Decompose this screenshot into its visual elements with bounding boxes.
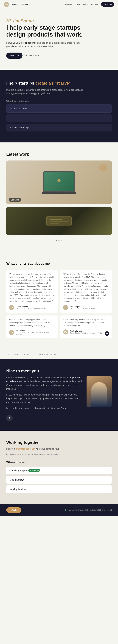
nav-link-what[interactable]: What I do — [64, 3, 72, 6]
logo-5: RIJKS MUSEUM — [39, 354, 56, 356]
mvp-item-product-leadership[interactable]: Product Leadership › — [6, 124, 112, 132]
avatar-lb: LB — [9, 305, 14, 310]
scroll-up-button[interactable]: ↑ — [6, 415, 13, 421]
chevron-right-icon: › — [108, 469, 108, 472]
testimonial-author-3: TG Till Goudie Co-Founder & Co-CEO — Hou… — [9, 330, 55, 336]
service-badge-1: Most popular — [28, 469, 40, 472]
service-label-2: Expert Review — [10, 479, 24, 481]
footer-bar: Let's chat ★ Available for projects by O… — [0, 504, 118, 516]
work-card-1[interactable]: Leeräume — [6, 160, 112, 204]
where-start-title: Where to start — [6, 461, 112, 464]
footer-cta-button[interactable]: Let's chat — [6, 507, 21, 513]
nav-link-work[interactable]: Work — [76, 3, 80, 6]
svg-point-0 — [57, 179, 61, 182]
testimonial-text-1: "Sanne always has to put the most value … — [9, 273, 55, 303]
logos-section: 1 Λ E+B B/S/H/ — RIJKS MUSEUM — — [0, 350, 118, 359]
testimonial-card-1: "Sanne always has to put the most value … — [6, 270, 58, 313]
about-p2: In 2018 I started my independent design … — [6, 393, 82, 404]
author-role-2: Co-Founder — Chronic, Investor — [70, 308, 95, 310]
mvp-label: What I can do for you — [6, 100, 112, 102]
dot-2[interactable] — [58, 240, 60, 241]
person-silhouette — [91, 382, 107, 407]
dot-3[interactable] — [61, 240, 62, 241]
add-testimonial-button[interactable]: + — [105, 331, 109, 336]
author-name-4: Kristin Winter — [70, 330, 102, 332]
nav-cta-button[interactable]: Let's chat — [101, 2, 114, 6]
about-title: Nice to meet you — [6, 368, 112, 374]
hero-cta-button[interactable]: Let's chat — [6, 52, 23, 59]
hero-greeting: Hi, I'm Sanne, — [6, 18, 112, 24]
service-chemistry-project[interactable]: Chemistry Project Most popular › — [6, 466, 112, 474]
nav-links: What I do Work About Process Let's chat — [64, 2, 114, 6]
author-name-2: Tim Knopel — [70, 306, 95, 308]
mvp-item-product-discovery[interactable]: Product Discovery › — [6, 104, 112, 113]
service-label-1: Chemistry Project — [10, 469, 27, 472]
working-title: Working together — [6, 440, 112, 445]
work-tag-1: Leeräume — [9, 198, 21, 202]
service-expert-review[interactable]: Expert Review › — [6, 476, 112, 484]
testimonials-section: What clients say about me "Sanne always … — [0, 252, 118, 350]
hero-secondary-link[interactable]: or find out more → — [25, 54, 42, 57]
testimonial-text-4: I would absolutely recommend working wit… — [63, 318, 109, 328]
testimonial-author-4: KW Kristin Winter Senior Digital Marketi… — [63, 330, 109, 334]
hero-title: I help early-stage startups design produ… — [6, 24, 112, 38]
mvp-description: If you're a startup looking for a design… — [6, 88, 88, 95]
chevron-right-icon: › — [108, 107, 108, 110]
working-description: I follow a pragmatic approach where we c… — [6, 447, 112, 450]
hero-actions: Let's chat or find out more → — [6, 52, 112, 59]
nav-name: SANNE WIJSENGA — [10, 3, 28, 6]
testimonial-author-1: LB Lukas Becker Co-Founder & CPO — Monda… — [9, 305, 55, 310]
testimonial-card-2: "We worked with Sanne from the first exp… — [60, 270, 112, 313]
work-image-1 — [6, 160, 112, 204]
chevron-right-icon: › — [108, 488, 108, 491]
mvp-section: I help startups create a first MVP If yo… — [0, 70, 118, 142]
mvp-heading: I help startups create a first MVP — [6, 81, 112, 86]
chevron-right-icon: › — [108, 478, 108, 481]
avatar-tg: TG — [9, 330, 14, 335]
latest-work-section: Latest work Leeräume — [0, 142, 118, 252]
availability-dot — [65, 510, 66, 511]
svg-rect-1 — [55, 183, 63, 184]
testimonial-text-3: Sanne is brilliant at helping you see th… — [9, 318, 55, 328]
testimonial-card-3: Sanne is brilliant at helping you see th… — [6, 316, 58, 338]
avatar-kw: KW — [63, 330, 68, 334]
logo-3: B/S/H/ — [22, 354, 29, 356]
chevron-right-icon: › — [108, 126, 108, 129]
nav-link-about[interactable]: About — [83, 3, 88, 6]
chevron-right-icon: › — [108, 117, 108, 120]
author-role-3: Co-Founder & Co-CEO — House of Beautiful… — [16, 332, 55, 336]
work-carousel-dots — [6, 238, 112, 243]
about-p1: I am Sanne Wijsenga, Dutch designer and … — [6, 376, 82, 391]
logo-2: E+B — [14, 354, 18, 356]
author-role-4: Senior Digital Marketing Manager — MCM — [70, 332, 102, 334]
service-monthly-retainer[interactable]: Monthly Retainer › — [6, 486, 112, 493]
logo-6: — — [60, 354, 62, 356]
nav-link-process[interactable]: Process — [91, 3, 98, 6]
latest-work-title: Latest work — [6, 152, 112, 157]
author-name-3: Till Goudie — [16, 330, 55, 332]
hero-section: Hi, I'm Sanne, I help early-stage startu… — [0, 9, 118, 70]
testimonial-text-2: "We worked with Sanne from the first exp… — [63, 273, 109, 303]
work-card-2[interactable] — [6, 207, 112, 235]
svg-rect-4 — [50, 221, 68, 222]
about-inner: I am Sanne Wijsenga, Dutch designer and … — [6, 376, 112, 421]
work-image-2 — [6, 207, 112, 235]
author-name-1: Lukas Becker — [16, 306, 46, 308]
service-label-3: Monthly Retainer — [10, 488, 26, 490]
testimonials-grid-2: Sanne is brilliant at helping you see th… — [6, 316, 112, 338]
about-section: Nice to meet you I am Sanne Wijsenga, Du… — [0, 359, 118, 430]
avatar-tk: TK — [63, 305, 68, 310]
svg-rect-3 — [50, 219, 62, 220]
mvp-item-empty[interactable]: › — [6, 114, 112, 122]
nav-logo: SW SANNE WIJSENGA — [4, 2, 28, 7]
working-extra: innovation, helping us identify risks an… — [6, 453, 112, 456]
dot-1[interactable] — [56, 240, 57, 241]
svg-rect-5 — [50, 223, 59, 224]
logo-1: 1 Λ — [6, 354, 10, 356]
avatar: SW — [4, 2, 9, 7]
about-p3: I'm based in Munich and collaborate with… — [6, 406, 82, 410]
author-role-1: Co-Founder & CPO — Monday Becker — [16, 308, 46, 310]
testimonial-card-4: I would absolutely recommend working wit… — [60, 316, 112, 338]
laptop-icon — [43, 171, 75, 192]
footer-availability: ★ Available for projects by October 2022… — [65, 509, 112, 511]
